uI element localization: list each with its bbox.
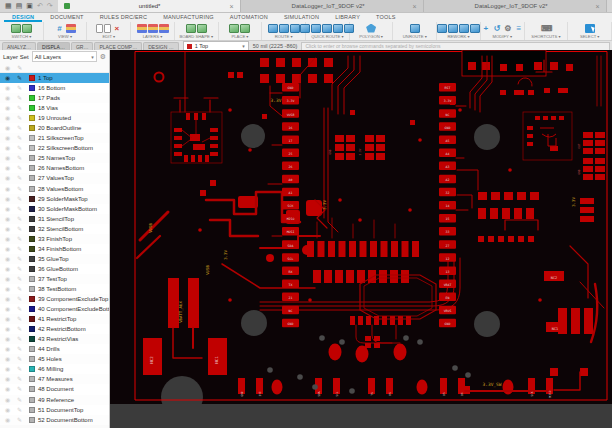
visibility-eye-icon[interactable]: ◉ (5, 123, 14, 133)
layer-row-1[interactable]: ◉✎1 Top (0, 73, 109, 83)
undo-icon[interactable]: ↶ (37, 0, 43, 12)
ribbon-tab-tools[interactable]: TOOLS (368, 13, 404, 22)
align-icon[interactable]: ≡ (514, 24, 524, 33)
visibility-eye-icon[interactable]: ◉ (5, 133, 14, 143)
edit-pencil-icon[interactable]: ✎ (17, 204, 26, 214)
layer-stack2-icon[interactable] (148, 24, 158, 33)
layer-row-43[interactable]: ◉✎43 RestrictVias (0, 334, 109, 344)
edit-pencil-icon[interactable]: ✎ (17, 123, 26, 133)
ribbon-group-label[interactable]: SWITCH ▾ (11, 34, 31, 39)
board-outline-icon[interactable] (186, 24, 196, 33)
select-box-icon[interactable] (585, 24, 595, 33)
gear-icon[interactable]: ⚙ (100, 52, 106, 62)
visibility-eye-icon[interactable]: ◉ (5, 374, 14, 384)
ribbon-group-label[interactable]: REWORK ▾ (447, 34, 469, 39)
edit-pencil-icon[interactable]: ✎ (17, 244, 26, 254)
rework-split-icon[interactable] (437, 24, 447, 33)
layer-row-17[interactable]: ◉✎17 Pads (0, 93, 109, 103)
layer-row-49[interactable]: ◉✎49 Reference (0, 395, 109, 405)
ribbon-group-label[interactable]: EDIT ▾ (102, 34, 115, 39)
edit-pencil-icon[interactable]: ✎ (17, 194, 26, 204)
edit-pencil-icon[interactable]: ✎ (17, 163, 26, 173)
edit-pencil-icon[interactable]: ✎ (17, 234, 26, 244)
ribbon-group-label[interactable]: POLYGON ▾ (359, 34, 383, 39)
visibility-eye-icon[interactable]: ◉ (5, 384, 14, 394)
layer-row-47[interactable]: ◉✎47 Measures (0, 374, 109, 384)
visibility-eye-icon[interactable]: ◉ (5, 405, 14, 415)
visibility-eye-icon[interactable]: ◉ (5, 324, 14, 334)
visibility-eye-icon[interactable]: ◉ (5, 364, 14, 374)
rework-swap-icon[interactable] (459, 24, 469, 33)
ribbon-group-label[interactable]: ROUTE ▾ (275, 34, 293, 39)
qroute-1-icon[interactable] (300, 24, 310, 33)
visibility-eye-icon[interactable]: ◉ (5, 244, 14, 254)
qroute-4-icon[interactable] (333, 24, 343, 33)
keyboard-shortcuts-icon[interactable]: ⌨ (541, 24, 551, 33)
edit-pencil-icon[interactable]: ✎ (17, 384, 26, 394)
edit-pencil-icon[interactable]: ✎ (17, 73, 26, 83)
layer-row-26[interactable]: ◉✎26 NamesBottom (0, 163, 109, 173)
doc-tab-1[interactable]: DataLogger_IoT_9DOF v2*× (241, 0, 424, 12)
ribbon-group-label[interactable]: MODIFY ▾ (493, 34, 512, 39)
board-3d-icon[interactable] (22, 24, 32, 33)
ribbon-tab-document[interactable]: DOCUMENT (42, 13, 91, 22)
edit-pencil-icon[interactable]: ✎ (17, 133, 26, 143)
visibility-eye-icon[interactable]: ◉ (5, 214, 14, 224)
ribbon-group-label[interactable]: BOARD SHAPE ▾ (179, 34, 213, 39)
edit-pencil-icon[interactable]: ✎ (17, 294, 26, 304)
edit-pencil-icon[interactable]: ✎ (17, 184, 26, 194)
ribbon-group-label[interactable]: VIEW ▾ (58, 34, 72, 39)
edit-pencil-icon[interactable]: ✎ (17, 153, 26, 163)
edit-pencil-icon[interactable]: ✎ (17, 274, 26, 284)
app-menu-icon[interactable]: ▦ (5, 0, 12, 12)
visibility-eye-icon[interactable]: ◉ (5, 153, 14, 163)
layer-row-31[interactable]: ◉✎31 StencilTop (0, 214, 109, 224)
visibility-eye-icon[interactable]: ◉ (5, 264, 14, 274)
ribbon-group-label[interactable]: QUICK ROUTE ▾ (311, 34, 343, 39)
edit-pencil-icon[interactable]: ✎ (17, 83, 26, 93)
polygon-pentagon-icon[interactable] (366, 24, 376, 33)
visibility-eye-icon[interactable]: ◉ (5, 395, 14, 405)
layer-row-36[interactable]: ◉✎36 GlueBottom (0, 264, 109, 274)
delete-x-icon[interactable]: × (112, 24, 122, 33)
layer-set-select[interactable]: All Layers ▾ (32, 51, 97, 62)
edit-pencil-icon[interactable]: ✎ (17, 254, 26, 264)
edit-pencil-icon[interactable]: ✎ (17, 103, 26, 113)
edit-pencil-icon[interactable]: ✎ (17, 324, 26, 334)
layer-row-25[interactable]: ◉✎25 NamesTop (0, 153, 109, 163)
layer-colors-icon[interactable] (66, 24, 76, 33)
edit-pencil-icon[interactable]: ✎ (17, 344, 26, 354)
qroute-2-icon[interactable] (311, 24, 321, 33)
visibility-eye-icon[interactable]: ◉ (5, 173, 14, 183)
layer-row-16[interactable]: ◉✎16 Bottom (0, 83, 109, 93)
edit-pencil-icon[interactable]: ✎ (17, 284, 26, 294)
visibility-eye-icon[interactable]: ◉ (5, 354, 14, 364)
board-resize-icon[interactable] (197, 24, 207, 33)
layer-row-37[interactable]: ◉✎37 TestTop (0, 274, 109, 284)
ribbon-group-label[interactable]: SHORTCUTS ▾ (531, 34, 560, 39)
edit-pencil-icon[interactable]: ✎ (17, 143, 26, 153)
new-doc-icon[interactable] (96, 24, 103, 33)
ribbon-tab-simulation[interactable]: SIMULATION (276, 13, 327, 22)
visibility-eye-icon[interactable]: ◉ (5, 224, 14, 234)
layer-row-35[interactable]: ◉✎35 GlueTop (0, 254, 109, 264)
layer-row-32[interactable]: ◉✎32 StencilBottom (0, 224, 109, 234)
edit-pencil-icon[interactable]: ✎ (17, 173, 26, 183)
doc-tab-0[interactable]: untitled*× (58, 0, 241, 12)
edit-pencil-icon[interactable]: ✎ (17, 374, 26, 384)
layer-row-48[interactable]: ◉✎48 Document (0, 384, 109, 394)
visibility-eye-icon[interactable]: ◉ (5, 234, 14, 244)
edit-pencil-icon[interactable]: ✎ (17, 113, 26, 123)
layer-row-21[interactable]: ◉✎21 SilkscreenTop (0, 133, 109, 143)
layer-row-44[interactable]: ◉✎44 Drills (0, 344, 109, 354)
pcb-canvas[interactable]: GND3.3VVUSB16172526A0A1SCKMISOMOSISDASCL… (110, 50, 612, 428)
edit-pencil-icon[interactable]: ✎ (17, 334, 26, 344)
visibility-eye-icon[interactable]: ◉ (5, 194, 14, 204)
visibility-eye-icon[interactable]: ◉ (5, 204, 14, 214)
edit-pencil-icon[interactable]: ✎ (17, 93, 26, 103)
layer-stack-icon[interactable] (137, 24, 147, 33)
layer-row-41[interactable]: ◉✎41 RestrictTop (0, 314, 109, 324)
visibility-eye-icon[interactable]: ◉ (5, 83, 14, 93)
layer-row-51[interactable]: ◉✎51 DocumentTop (0, 405, 109, 415)
layer-settings-icon[interactable] (159, 24, 169, 33)
